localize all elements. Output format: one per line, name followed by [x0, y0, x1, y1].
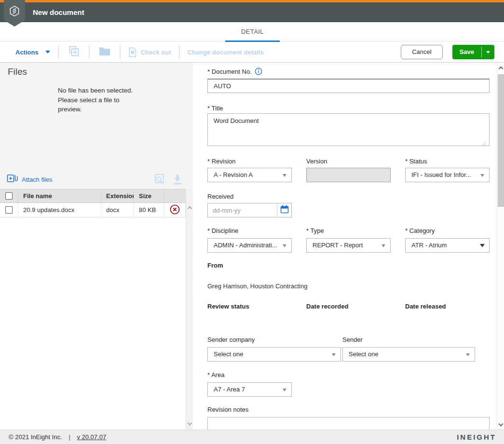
toolbar-separator [120, 46, 121, 58]
delete-circle-x-icon [169, 204, 180, 216]
size-cell: 80 KB [134, 203, 164, 217]
scroll-up-button[interactable] [497, 65, 504, 72]
ineight-wordmark: INEIGHT [457, 430, 496, 444]
column-header-action [164, 189, 186, 202]
status-label: * Status [405, 158, 427, 165]
sender-company-select[interactable]: Select one [207, 347, 341, 362]
from-value: Greg Harrison, Houston Contracting [207, 283, 307, 290]
area-select[interactable]: A7 - Area 7 [207, 382, 292, 397]
tab-detail[interactable]: DETAIL [225, 22, 280, 41]
version-link[interactable]: v 20.07.07 [77, 433, 106, 441]
discipline-value: ADMIN - Administrati... [208, 239, 291, 252]
document-no-input[interactable] [207, 79, 490, 93]
new-revision-button[interactable] [67, 45, 81, 59]
table-row[interactable]: 20.9 updates.docx docx 80 KB [0, 203, 186, 217]
folder-button[interactable] [97, 45, 112, 59]
ineight-logo-icon [8, 5, 21, 19]
received-date-input[interactable] [208, 203, 277, 217]
footer-copyright-group: © 2021 InEight Inc. | v 20.07.07 [9, 430, 106, 444]
calendar-picker-button[interactable] [277, 203, 291, 217]
scroll-up-button[interactable] [186, 204, 193, 212]
app-footer: © 2021 InEight Inc. | v 20.07.07 INEIGHT [0, 430, 504, 444]
cancel-button[interactable]: Cancel [401, 45, 442, 59]
info-icon[interactable] [255, 67, 262, 77]
copy-add-icon [68, 46, 80, 59]
type-value: REPORT - Report [307, 239, 390, 252]
select-all-checkbox[interactable] [5, 192, 13, 200]
preview-magnifier-icon [153, 179, 166, 187]
chevron-up-icon [499, 66, 504, 71]
version-input-disabled [306, 168, 391, 182]
chevron-up-icon [188, 206, 192, 211]
check-out-button[interactable]: Check out [128, 47, 171, 57]
save-options-button[interactable] [482, 45, 494, 59]
row-checkbox[interactable] [5, 206, 13, 214]
title-textarea[interactable]: Word Document [207, 113, 490, 146]
file-preview-empty-message: No file has been selected. Please select… [58, 86, 145, 114]
review-status-label: Review status [207, 303, 249, 310]
attach-files-icon [7, 174, 18, 185]
preview-file-button[interactable] [153, 173, 166, 186]
copyright-text: © 2021 InEight Inc. [9, 433, 62, 441]
status-value: IFI - Issued for Infor... [406, 168, 489, 182]
footer-divider: | [68, 433, 70, 441]
main-content: Files No file has been selected. Please … [0, 63, 504, 430]
toolbar-separator [179, 46, 180, 58]
type-select[interactable]: REPORT - Report [306, 238, 391, 253]
file-table-header: File name Extension Size [0, 189, 186, 203]
status-select[interactable]: IFI - Issued for Infor... [405, 168, 490, 182]
accent-top-bar [0, 0, 504, 2]
column-header-size: Size [134, 189, 164, 202]
chevron-down-icon [188, 420, 192, 425]
attach-files-button[interactable]: Attach files [7, 174, 53, 185]
sender-company-label: Sender company [207, 336, 255, 343]
remove-file-button[interactable] [164, 203, 186, 217]
tab-detail-label: DETAIL [241, 22, 264, 41]
area-value: A7 - Area 7 [208, 383, 291, 396]
form-scrollbar[interactable] [497, 63, 504, 430]
document-no-label: * Document No. [207, 67, 262, 77]
toolbar-separator [58, 46, 59, 58]
toolbar-separator [89, 46, 90, 58]
extension-cell: docx [101, 203, 134, 217]
chevron-down-icon [283, 389, 286, 391]
toolbar: Actions [0, 42, 504, 63]
sender-select[interactable]: Select one [342, 347, 475, 362]
scroll-down-button[interactable] [186, 419, 193, 427]
actions-menu-button[interactable]: Actions [15, 49, 50, 56]
chevron-down-icon [283, 244, 286, 247]
chevron-down-icon [381, 244, 385, 247]
save-button[interactable]: Save [452, 45, 481, 59]
page-title: New document [33, 2, 84, 22]
file-name-cell: 20.9 updates.docx [18, 203, 101, 217]
document-no-label-text: * Document No. [207, 68, 252, 75]
chevron-down-icon [332, 353, 336, 356]
download-file-button[interactable] [172, 173, 184, 186]
chevron-down-icon [480, 174, 484, 177]
revision-select[interactable]: A - Revision A [207, 168, 292, 182]
sender-label: Sender [342, 336, 363, 343]
column-header-file-name: File name [18, 189, 101, 202]
scrollbar-thumb[interactable] [498, 74, 504, 207]
category-value: ATR - Atrium [406, 239, 489, 252]
revision-notes-textarea[interactable] [207, 417, 490, 430]
date-recorded-label: Date recorded [306, 303, 348, 310]
calendar-icon [280, 204, 289, 216]
scroll-down-button[interactable] [497, 420, 504, 428]
app-header: New document [0, 2, 504, 22]
chevron-down-icon [499, 421, 504, 426]
actions-label: Actions [15, 49, 39, 56]
row-checkbox-cell [0, 203, 18, 217]
category-select[interactable]: ATR - Atrium [405, 238, 490, 253]
type-label: * Type [306, 227, 324, 234]
attach-files-label: Attach files [22, 176, 53, 183]
file-table-scrollbar[interactable] [186, 189, 193, 430]
change-document-details-button[interactable]: Change document details [188, 49, 264, 56]
download-icon [172, 179, 183, 187]
received-date-field [207, 203, 292, 217]
discipline-select[interactable]: ADMIN - Administrati... [207, 238, 292, 253]
select-all-cell [0, 189, 18, 202]
empty-message-line: No file has been selected. [58, 86, 145, 95]
sender-value: Select one [343, 348, 475, 361]
received-label: Received [207, 193, 233, 200]
